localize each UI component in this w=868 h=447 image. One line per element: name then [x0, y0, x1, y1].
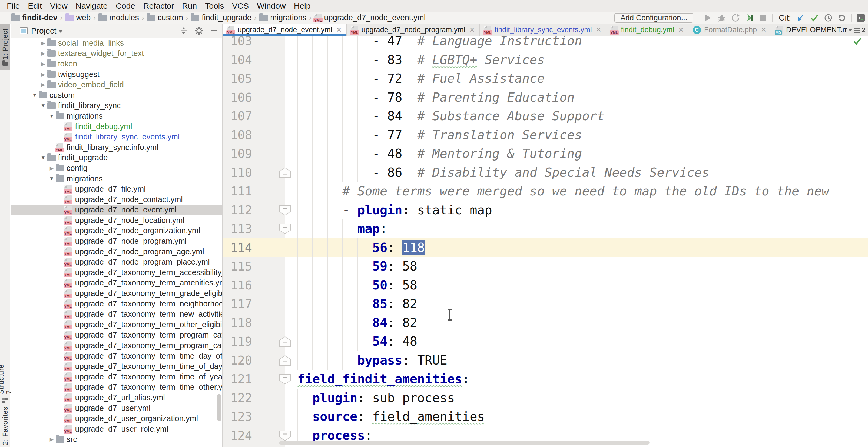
chevron-collapsed-icon[interactable]: ▶	[48, 165, 56, 171]
code-line-103[interactable]: - 47 # Language Instruction	[285, 36, 868, 51]
hidden-tabs-button[interactable]: 2	[847, 24, 866, 36]
chevron-collapsed-icon[interactable]: ▶	[39, 71, 47, 77]
tree-item-findit-debug-yml[interactable]: YMLfindit_debug.yml	[10, 121, 222, 132]
tree-item-video-embed-field[interactable]: ▶video_embed_field	[10, 79, 222, 90]
horizontal-scrollbar[interactable]	[279, 441, 650, 445]
code-line-109[interactable]: - 48 # Mentoring & Tutoring	[285, 144, 868, 163]
code-line-107[interactable]: - 84 # Substance Abuse Support	[285, 107, 868, 126]
menu-item-view[interactable]: View	[46, 1, 72, 10]
chevron-collapsed-icon[interactable]: ▶	[48, 436, 56, 442]
tree-item-upgrade-d7-taxonomy-term-accessibility-c[interactable]: YMLupgrade_d7_taxonomy_term_accessibilit…	[10, 267, 222, 278]
code-line-112[interactable]: - plugin: static_map	[285, 201, 868, 220]
editor-tab[interactable]: MD:	[867, 24, 868, 36]
code-line-114[interactable]: 56: 118	[285, 238, 868, 257]
add-configuration-button[interactable]: Add Configuration...	[614, 13, 693, 23]
tree-item-src[interactable]: ▶src	[10, 434, 222, 445]
git-commit-icon[interactable]	[810, 13, 819, 23]
editor-tab[interactable]: CFormatDate.php✕	[688, 24, 771, 36]
tree-item-upgrade-d7-taxonomy-term-time-other-ym[interactable]: YMLupgrade_d7_taxonomy_term_time_other.y…	[10, 382, 222, 393]
tree-item-migrations[interactable]: ▼migrations	[10, 173, 222, 184]
history-icon[interactable]	[824, 13, 833, 23]
tree-item-upgrade-d7-taxonomy-term-grade-eligibil[interactable]: YMLupgrade_d7_taxonomy_term_grade_eligib…	[10, 288, 222, 299]
tree-item-findit-library-sync[interactable]: ▼findit_library_sync	[10, 100, 222, 111]
menu-item-navigate[interactable]: Navigate	[72, 1, 112, 10]
tree-item-upgrade-d7-node-organization-yml[interactable]: YMLupgrade_d7_node_organization.yml	[10, 226, 222, 236]
tree-item-twigsuggest[interactable]: ▶twigsuggest	[10, 69, 222, 80]
close-icon[interactable]: ✕	[336, 26, 342, 34]
code-line-105[interactable]: - 72 # Fuel Assistance	[285, 69, 868, 88]
chevron-expanded-icon[interactable]: ▼	[39, 103, 47, 109]
code-line-104[interactable]: - 83 # LGBTQ+ Services	[285, 51, 868, 69]
fold-start-marker[interactable]	[279, 204, 291, 216]
menu-item-help[interactable]: Help	[290, 1, 315, 10]
tree-item-upgrade-d7-node-contact-yml[interactable]: YMLupgrade_d7_node_contact.yml	[10, 194, 222, 205]
tree-item-upgrade-d7-file-yml[interactable]: YMLupgrade_d7_file.yml	[10, 184, 222, 194]
tree-item-upgrade-d7-url-alias-yml[interactable]: YMLupgrade_d7_url_alias.yml	[10, 392, 222, 403]
tree-item-upgrade-d7-user-yml[interactable]: YMLupgrade_d7_user.yml	[10, 403, 222, 414]
tree-item-migrations[interactable]: ▼migrations	[10, 111, 222, 121]
chevron-collapsed-icon[interactable]: ▶	[39, 50, 47, 57]
chevron-down-icon[interactable]	[58, 30, 63, 33]
breadcrumb-item[interactable]: migrations	[259, 13, 306, 22]
chevron-expanded-icon[interactable]: ▼	[48, 113, 56, 119]
menu-item-file[interactable]: File	[3, 1, 24, 10]
menu-item-code[interactable]: Code	[112, 1, 139, 10]
code-line-115[interactable]: 59: 58	[285, 257, 868, 276]
code-line-117[interactable]: 85: 82	[285, 295, 868, 314]
fold-start-marker[interactable]	[279, 374, 291, 385]
tree-item-upgrade-d7-taxonomy-term-time-of-day-y[interactable]: YMLupgrade_d7_taxonomy_term_time_of_day.…	[10, 361, 222, 372]
fold-start-marker[interactable]	[279, 223, 291, 234]
inspection-ok-icon[interactable]	[853, 37, 862, 46]
tree-item-upgrade-d7-taxonomy-term-program-cate[interactable]: YMLupgrade_d7_taxonomy_term_program_cate	[10, 340, 222, 351]
stop-icon[interactable]	[758, 13, 768, 23]
fold-end-marker[interactable]	[279, 167, 291, 179]
fold-end-marker[interactable]	[279, 355, 291, 366]
close-icon[interactable]: ✕	[678, 26, 684, 34]
code-line-113[interactable]: map:	[285, 219, 868, 238]
tree-item-upgrade-d7-taxonomy-term-time-of-year-[interactable]: YMLupgrade_d7_taxonomy_term_time_of_year…	[10, 372, 222, 382]
close-icon[interactable]: ✕	[596, 26, 602, 34]
stripe-tab-project[interactable]: 1: Project	[0, 24, 10, 70]
tree-item-config[interactable]: ▶config	[10, 163, 222, 173]
chevron-expanded-icon[interactable]: ▼	[31, 92, 39, 98]
tree-item-custom[interactable]: ▼custom	[10, 90, 222, 100]
code-line-123[interactable]: source: field_amenities	[285, 407, 868, 426]
tree-item-findit-library-sync-events-yml[interactable]: YMLfindit_library_sync_events.yml	[10, 132, 222, 142]
editor-tab[interactable]: YMLfindit_debug.yml✕	[606, 24, 688, 36]
collapse-all-icon[interactable]	[180, 27, 188, 36]
tree-item-upgrade-d7-taxonomy-term-new-activities[interactable]: YMLupgrade_d7_taxonomy_term_new_activiti…	[10, 309, 222, 319]
code-line-118[interactable]: 84: 82	[285, 314, 868, 332]
fold-start-marker[interactable]	[279, 430, 291, 441]
tree-item-findit-library-sync-info-yml[interactable]: YMLfindit_library_sync.info.yml	[10, 142, 222, 153]
project-tree-scrollbar[interactable]	[217, 394, 221, 421]
tree-item-upgrade-d7-taxonomy-term-time-day-of-[interactable]: YMLupgrade_d7_taxonomy_term_time_day_of_	[10, 351, 222, 361]
menu-item-tools[interactable]: Tools	[201, 1, 228, 10]
debug-icon[interactable]	[717, 13, 726, 23]
rollback-icon[interactable]	[837, 13, 847, 23]
code-line-106[interactable]: - 78 # Parenting Education	[285, 88, 868, 107]
code-line-108[interactable]: - 77 # Translation Services	[285, 126, 868, 145]
chevron-expanded-icon[interactable]: ▼	[39, 155, 47, 161]
editor-tab[interactable]: YMLupgrade_d7_node_program.yml✕	[347, 24, 480, 36]
close-icon[interactable]: ✕	[761, 26, 767, 34]
menu-item-window[interactable]: Window	[253, 1, 290, 10]
coverage-icon[interactable]	[731, 13, 740, 23]
tree-item-upgrade-d7-taxonomy-term-program-cate[interactable]: YMLupgrade_d7_taxonomy_term_program_cate	[10, 330, 222, 341]
stripe-tab-favorites[interactable]: 2: Favorites	[0, 405, 10, 446]
code-line-121[interactable]: field_findit_amenities:	[285, 370, 868, 389]
gear-icon[interactable]	[195, 27, 203, 36]
tree-item-upgrade-d7-node-program-yml[interactable]: YMLupgrade_d7_node_program.yml	[10, 236, 222, 247]
editor-tab[interactable]: YMLupgrade_d7_node_event.yml✕	[223, 24, 347, 36]
git-update-icon[interactable]	[796, 13, 805, 23]
menu-item-refactor[interactable]: Refactor	[139, 1, 178, 10]
phone-debug-listener-icon[interactable]	[745, 13, 754, 23]
breadcrumb-item[interactable]: modules	[98, 13, 139, 22]
tree-item-upgrade-d7-user-organization-yml[interactable]: YMLupgrade_d7_user_organization.yml	[10, 413, 222, 424]
menu-item-vcs[interactable]: VCS	[228, 1, 253, 10]
breadcrumb-item[interactable]: web	[65, 13, 91, 22]
tree-item-upgrade-d7-node-event-yml[interactable]: YMLupgrade_d7_node_event.yml	[10, 205, 222, 215]
menu-item-run[interactable]: Run	[178, 1, 201, 10]
project-panel-title[interactable]: Project	[31, 26, 56, 35]
tree-item-upgrade-d7-taxonomy-term-other-eligibili[interactable]: YMLupgrade_d7_taxonomy_term_other_eligib…	[10, 319, 222, 330]
breadcrumb-item[interactable]: findit_upgrade	[191, 13, 251, 22]
